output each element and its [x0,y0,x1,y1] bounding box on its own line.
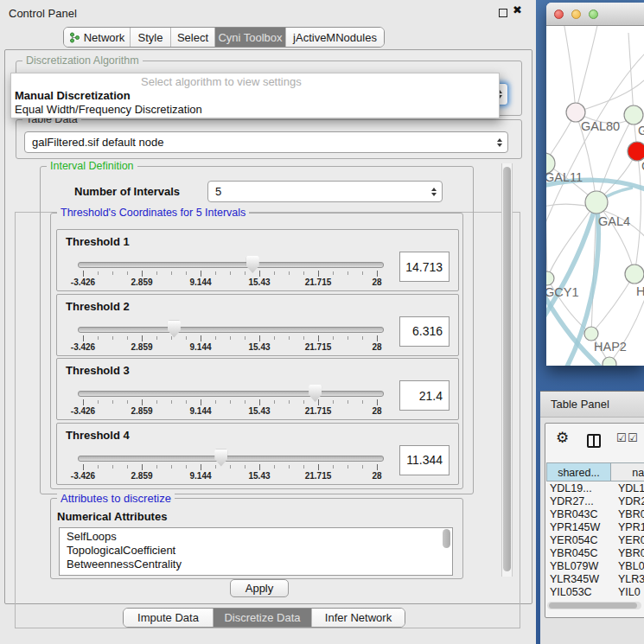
interval-definition-title: Interval Definition [47,160,137,173]
tab-discretize-data[interactable]: Discretize Data [214,609,312,627]
number-of-intervals-combobox[interactable]: 5 [207,181,443,202]
network-node[interactable] [603,357,616,366]
attribute-item[interactable]: TopologicalCoefficient [60,544,452,558]
threshold-value[interactable]: 6.316 [399,316,450,347]
network-node[interactable] [628,142,644,161]
panel-scrollbar-thumb[interactable] [503,167,511,571]
attribute-item[interactable]: SelfLoops [60,530,452,544]
node-label: H [636,284,644,298]
slider-tick [362,400,363,404]
slider-thumb[interactable] [214,450,227,467]
dropdown-item-equal-width-frequency[interactable]: Equal Width/Frequency Discretization [11,103,499,117]
network-icon [69,32,80,43]
table-row[interactable]: YDR27...YDR2 [546,495,644,508]
tab-infer-network[interactable]: Infer Network [312,609,405,627]
zoom-traffic-light-icon[interactable] [589,10,598,19]
node-label: GCY1 [546,285,579,299]
slider-tick [259,271,260,277]
cell-shared-name: YER054C [550,534,598,547]
column-header-name[interactable]: name [610,462,644,481]
attributes-list-scrollbar[interactable] [443,529,450,548]
network-window-titlebar[interactable] [546,3,644,26]
slider-thumb[interactable] [309,385,322,402]
threshold-panel: Threshold 3-3.4262.8599.14415.4321.71528… [56,358,459,420]
table-row[interactable]: YDL19...YDL1 [546,482,644,495]
slider-thumb[interactable] [246,256,259,273]
slider-track[interactable] [78,327,384,333]
table-row[interactable]: YLR345WYLR3 [546,573,644,586]
dropdown-placeholder-item[interactable]: Select algorithm to view settings [11,75,499,89]
slider-tick [274,271,275,275]
close-traffic-light-icon[interactable] [554,10,564,19]
table-data-value: galFiltered.sif default node [32,132,163,152]
tab-jactivemnodules[interactable]: jActiveMNodules [286,28,384,47]
slider-tick [83,399,84,405]
network-node[interactable] [624,105,643,124]
slider-tick [318,271,319,277]
control-panel-title: Control Panel [9,7,77,20]
table-row[interactable]: YBR045CYBR0 [546,547,644,560]
slider-tick [215,271,216,275]
table-row[interactable]: YER054CYER0 [546,534,644,547]
table-row[interactable]: YBR043CYBR0 [546,508,644,521]
table-row[interactable]: YIL053CYIL0 [546,586,644,599]
slider-tick [348,465,348,469]
dropdown-item-manual-discretization[interactable]: Manual Discretization [11,89,499,103]
slider-tick-label: -3.426 [64,406,102,416]
threshold-value[interactable]: 21.4 [399,380,450,411]
cell-shared-name: YIL053C [550,586,592,599]
network-edge [628,33,634,115]
slider-tick [259,464,260,470]
tab-style[interactable]: Style [131,28,171,47]
minimize-traffic-light-icon[interactable] [571,10,581,19]
network-node[interactable] [625,265,644,284]
tab-select[interactable]: Select [171,28,215,47]
slider-tick [201,271,201,277]
combo-arrows-icon [430,188,437,196]
slider-track[interactable] [78,391,384,397]
number-of-intervals-value: 5 [215,182,221,201]
cell-name: YDR2 [618,495,644,508]
table-row[interactable]: YPR145WYPR1 [546,521,644,534]
table-hscrollbar-thumb[interactable] [549,603,637,609]
threshold-panel: Threshold 2-3.4262.8599.14415.4321.71528… [56,294,459,356]
slider-tick [333,271,334,275]
gear-icon[interactable]: ⚙ [556,430,569,445]
slider-track[interactable] [78,456,384,462]
cell-name: YBR0 [618,547,644,560]
top-tab-bar: NetworkStyleSelectCyni ToolboxjActiveMNo… [63,27,385,48]
network-node[interactable] [584,327,598,341]
slider-tick [215,336,216,340]
checkbox-icon[interactable]: ☑ [628,431,638,444]
table-data-combobox[interactable]: galFiltered.sif default node [24,131,508,153]
tab-cyni-toolbox[interactable]: Cyni Toolbox [215,28,286,47]
table-row[interactable]: YBL079WYBL0 [546,560,644,573]
attribute-item[interactable]: BetweennessCentrality [60,558,452,571]
checkbox-icon[interactable]: ☑ [616,431,627,444]
network-node[interactable] [585,191,608,214]
network-edge [576,26,598,112]
slider-tick-label: 2.859 [123,342,161,352]
cell-name: YDL1 [618,482,644,495]
tab-impute-data[interactable]: Impute Data [124,609,214,627]
slider-tick [156,465,157,469]
split-columns-icon[interactable] [587,434,601,448]
network-node[interactable] [546,271,554,285]
slider-tick [156,271,157,275]
network-canvas[interactable]: GAL80GACGAL11GAL4GCY1HHAP2 [546,26,644,366]
table-hscrollbar[interactable] [547,602,641,609]
column-header-shared-name[interactable]: shared... [546,462,611,481]
threshold-value[interactable]: 14.713 [399,252,450,282]
slider-tick [171,336,172,340]
slider-tick [156,400,157,404]
slider-tick [303,271,304,275]
apply-button[interactable]: Apply [230,579,289,597]
float-window-icon[interactable] [499,9,507,17]
slider-tick [245,336,245,340]
slider-tick [333,336,334,340]
slider-thumb[interactable] [168,321,181,338]
tab-network[interactable]: Network [64,28,131,47]
close-icon[interactable]: ✖ [513,3,522,16]
threshold-value[interactable]: 11.344 [399,445,450,475]
slider-track[interactable] [78,262,384,268]
